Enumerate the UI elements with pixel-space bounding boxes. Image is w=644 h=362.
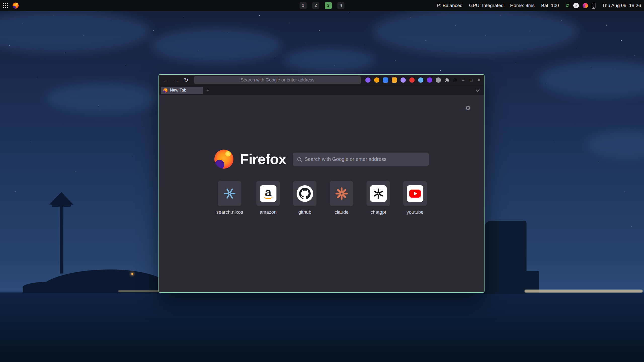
extension-icon[interactable] — [418, 77, 423, 83]
back-button[interactable]: ← — [163, 77, 170, 83]
youtube-play-button — [409, 190, 421, 198]
firefox-window: ← → ↻ Search with Google or enter addres… — [158, 74, 485, 293]
forward-button[interactable]: → — [173, 77, 180, 83]
extension-icon[interactable] — [400, 77, 406, 83]
top-status-bar: 1 2 3 4 P: Balanced GPU: Integrated Home… — [0, 0, 644, 11]
hut-light — [131, 273, 133, 275]
chatgpt-openai-icon — [370, 185, 387, 202]
island-silhouette — [38, 269, 169, 293]
extension-icon[interactable] — [365, 77, 371, 83]
shortcut-label: chatgpt — [371, 209, 386, 215]
shortcut-tile-amazon[interactable]: a amazon — [256, 181, 280, 215]
list-all-tabs-chevron-down-icon[interactable] — [476, 88, 480, 92]
clock: Thu Aug 08, 18:26 — [602, 3, 641, 8]
shortcut-card — [367, 181, 390, 206]
shortcut-tile-chatgpt[interactable]: chatgpt — [367, 181, 390, 215]
shortcut-tile-claude[interactable]: claude — [330, 181, 353, 215]
shortcut-label: amazon — [260, 209, 277, 215]
workspace-button-1[interactable]: 1 — [300, 2, 307, 9]
workspace-button-3-active[interactable]: 3 — [325, 2, 332, 9]
url-bar-placeholder: Search with Google or enter address — [240, 77, 314, 83]
app-launcher-grid-icon[interactable] — [3, 3, 8, 8]
shortcut-tile-github[interactable]: github — [293, 181, 316, 215]
new-tab-page: ⚙ Firefox Search with Google or enter ad… — [159, 95, 484, 292]
newtab-hero: Firefox Search with Google or enter addr… — [159, 95, 484, 169]
firefox-launcher-icon[interactable] — [13, 3, 19, 9]
shortcut-tile-search-nixos[interactable]: search.nixos — [216, 181, 243, 215]
newtab-search-input[interactable]: Search with Google or enter address — [293, 153, 429, 166]
extension-icon[interactable] — [409, 77, 415, 83]
window-controls: – □ × — [462, 78, 480, 83]
personalize-gear-icon[interactable]: ⚙ — [465, 104, 471, 112]
reload-button[interactable]: ↻ — [183, 77, 190, 83]
new-tab-button[interactable]: + — [206, 87, 210, 94]
extension-icons — [365, 77, 450, 83]
extension-icon[interactable] — [427, 77, 432, 83]
shortcut-card — [293, 181, 316, 206]
status-readouts: P: Balanced GPU: Integrated Home: 9ms Ba… — [437, 3, 559, 8]
cloud — [538, 60, 644, 98]
shortcut-label: youtube — [407, 209, 424, 215]
shortcut-card — [218, 181, 241, 206]
cloud — [0, 10, 151, 53]
search-icon — [297, 157, 301, 161]
tab-favicon-firefox-icon — [163, 88, 168, 93]
extension-icon[interactable] — [436, 77, 441, 83]
text-caret — [278, 78, 278, 82]
shortcut-card — [330, 181, 353, 206]
shortcut-label: github — [298, 209, 311, 215]
shortcut-tile-youtube[interactable]: youtube — [403, 181, 427, 215]
watchtower-roof — [49, 192, 73, 205]
shortcut-label: claude — [335, 209, 349, 215]
system-tray: ⇵ — [566, 3, 595, 9]
youtube-icon — [407, 185, 423, 202]
topbar-left — [3, 3, 19, 9]
cloud — [372, 8, 579, 55]
workspace-button-2[interactable]: 2 — [312, 2, 319, 9]
beach — [525, 290, 643, 293]
shortcut-tiles: search.nixos a amazon — [159, 181, 484, 215]
tab-title: New Tab — [170, 88, 186, 93]
battery-status: Bat: 100 — [541, 3, 559, 8]
device-icon[interactable] — [592, 3, 595, 9]
minimize-button[interactable]: – — [462, 78, 464, 83]
extension-icon[interactable] — [374, 77, 379, 83]
firefox-wordmark: Firefox — [240, 151, 286, 167]
extension-icon[interactable] — [383, 77, 388, 83]
extension-icon[interactable] — [392, 77, 397, 83]
claude-starburst-icon — [335, 187, 349, 201]
home-latency-status: Home: 9ms — [510, 3, 535, 8]
watchtower-silhouette — [60, 203, 63, 274]
nixos-snowflake-icon — [223, 187, 237, 201]
workspace-button-4[interactable]: 4 — [337, 2, 344, 9]
youtube-play-triangle — [414, 192, 417, 196]
browser-toolbar: ← → ↻ Search with Google or enter addres… — [159, 75, 484, 86]
media-app-icon[interactable] — [583, 3, 588, 8]
topbar-right: P: Balanced GPU: Integrated Home: 9ms Ba… — [437, 3, 641, 9]
close-button[interactable]: × — [478, 78, 480, 83]
watchtower-deck — [52, 204, 71, 207]
tab-new-tab[interactable]: New Tab — [161, 87, 203, 94]
github-octocat-icon — [297, 185, 313, 202]
newtab-search-placeholder: Search with Google or enter address — [305, 156, 387, 162]
gpu-status: GPU: Integrated — [469, 3, 504, 8]
hamburger-menu-button[interactable]: ≡ — [453, 77, 457, 83]
amazon-icon: a — [260, 185, 276, 202]
shortcut-label: search.nixos — [216, 209, 243, 215]
power-profile-status: P: Balanced — [437, 3, 462, 8]
workspace-switcher: 1 2 3 4 — [300, 2, 344, 9]
extensions-puzzle-icon[interactable] — [445, 78, 450, 83]
maximize-button[interactable]: □ — [470, 78, 472, 83]
shortcut-card — [403, 181, 427, 206]
cloud — [586, 131, 644, 158]
firefox-logo — [214, 150, 233, 169]
url-bar[interactable]: Search with Google or enter address — [194, 76, 361, 84]
tab-strip: New Tab + — [159, 86, 484, 95]
cliff-silhouette — [484, 221, 527, 294]
cloud — [284, 48, 375, 73]
shortcut-card: a — [256, 181, 280, 206]
network-icon[interactable]: ⇵ — [566, 3, 570, 8]
cloud — [151, 28, 282, 63]
cloud — [45, 83, 161, 113]
bluetooth-icon[interactable] — [573, 3, 579, 8]
